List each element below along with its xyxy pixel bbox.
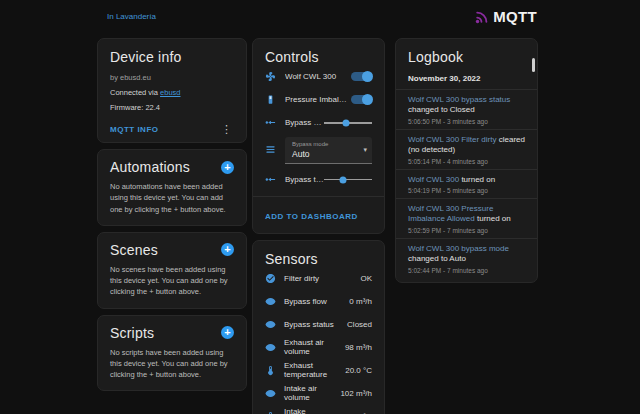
logbook-message: Wolf CWL 300 bypass mode changed to Auto [408, 244, 525, 265]
logbook-message-text: changed to Closed [408, 105, 475, 114]
logbook-entry: Wolf CWL 300 bypass mode changed to Auto… [396, 239, 537, 278]
sensor-value: Closed [347, 320, 372, 329]
add-scene-button[interactable]: + [221, 243, 234, 256]
device-connection: Connected via ebusd [110, 88, 234, 97]
slider-thumb[interactable] [342, 120, 349, 127]
add-automation-button[interactable]: + [221, 161, 234, 174]
ray-arrow-icon [265, 174, 277, 185]
scenes-header: Scenes + [110, 242, 234, 258]
bypass-temperature-slider[interactable] [324, 174, 372, 185]
control-label: Bypass temperatu... [285, 175, 324, 184]
sensor-row-filter-dirty[interactable]: Filter dirty OK [265, 267, 372, 290]
device-manufacturer: by ebusd.eu [110, 73, 234, 82]
controls-card: Controls Wolf CWL 300 Pressure Imbalance… [252, 38, 385, 234]
device-page: In Lavandería MQTT Device info by ebusd.… [0, 0, 640, 414]
sensor-label: Bypass flow [284, 297, 349, 306]
controls-title: Controls [265, 49, 372, 65]
eye-icon [265, 296, 276, 307]
logbook-entry: Wolf CWL 300 Pressure Imbalance Allowed … [396, 199, 537, 239]
left-column: Device info by ebusd.eu Connected via eb… [97, 38, 247, 391]
add-to-dashboard-button[interactable]: ADD TO DASHBOARD [265, 212, 358, 221]
logbook-message-text: turned on [461, 175, 495, 184]
bypass-mode-select[interactable]: Bypass mode Auto ▾ [285, 137, 372, 164]
logbook-entry: Wolf CWL 300 Filter dirty cleared (no de… [396, 130, 537, 170]
scripts-title: Scripts [110, 325, 154, 341]
sensor-value: 102 m³/h [340, 389, 372, 398]
select-label: Bypass mode [292, 141, 358, 147]
toggle-knob [362, 71, 373, 82]
ebusd-link[interactable]: ebusd [160, 88, 180, 97]
sensor-label: Filter dirty [284, 274, 360, 283]
slider-thumb[interactable] [340, 176, 347, 183]
logbook-timestamp: 5:06:50 PM - 3 minutes ago [408, 118, 525, 125]
sensor-label: Exhaust temperature [284, 361, 345, 379]
list-icon [265, 144, 277, 155]
control-row-hysteresis: Bypass hysteresis [265, 111, 372, 134]
logbook-entity-link[interactable]: Wolf CWL 300 bypass status [408, 95, 510, 104]
sensor-row-exhaust-temperature[interactable]: Exhaust temperature 20.0 °C [265, 359, 372, 382]
scenes-empty-text: No scenes have been added using this dev… [110, 264, 234, 298]
logbook-message: Wolf CWL 300 bypass status changed to Cl… [408, 95, 525, 116]
middle-column: Controls Wolf CWL 300 Pressure Imbalance… [252, 38, 385, 414]
thermometer-icon [265, 365, 276, 376]
logbook-message-text: changed to Auto [408, 254, 466, 263]
logbook-timestamp: 5:05:14 PM - 4 minutes ago [408, 158, 525, 165]
logbook-message: Wolf CWL 300 Filter dirty cleared (no de… [408, 135, 525, 156]
ray-arrow-icon [265, 117, 277, 128]
mqtt-logo: MQTT [474, 8, 537, 25]
logbook-entry: Wolf CWL 300 bypass status changed to Cl… [396, 90, 537, 130]
thermometer-icon [265, 411, 276, 414]
logbook-timestamp: 5:04:19 PM - 5 minutes ago [408, 187, 525, 194]
eye-icon [265, 319, 276, 330]
sensor-label: Bypass status [284, 320, 347, 329]
sensor-label: Intake temperature [284, 407, 345, 414]
add-script-button[interactable]: + [221, 326, 234, 339]
connected-via-label: Connected via [110, 88, 160, 97]
sensor-label: Intake air volume [284, 384, 340, 402]
sensor-row-intake-temperature[interactable]: Intake temperature 12.8 °C [265, 405, 372, 414]
overflow-menu-icon[interactable]: ⋮ [219, 124, 234, 134]
pressure-meter-icon [265, 94, 277, 105]
mqtt-info-button[interactable]: MQTT INFO [110, 125, 159, 134]
sensor-row-exhaust-air-volume[interactable]: Exhaust air volume 98 m³/h [265, 336, 372, 359]
mqtt-signal-icon [474, 8, 491, 25]
automations-header: Automations + [110, 159, 234, 175]
logbook-message: Wolf CWL 300 turned on [408, 175, 525, 185]
logbook-entity-link[interactable]: Wolf CWL 300 [408, 175, 459, 184]
logbook-entry: Wolf CWL 300 turned on 5:04:19 PM - 5 mi… [396, 170, 537, 199]
scripts-empty-text: No scripts have been added using this de… [110, 347, 234, 381]
fan-toggle[interactable] [351, 72, 372, 81]
sensor-row-bypass-flow[interactable]: Bypass flow 0 m³/h [265, 290, 372, 313]
breadcrumb[interactable]: In Lavandería [107, 12, 156, 21]
sensor-value: OK [360, 274, 372, 283]
logbook-entity-link[interactable]: Wolf CWL 300 bypass mode [408, 244, 509, 253]
scripts-header: Scripts + [110, 325, 234, 341]
logbook-title: Logbook [408, 49, 525, 65]
pressure-toggle[interactable] [351, 95, 372, 104]
controls-actions: ADD TO DASHBOARD [265, 197, 372, 233]
logbook-date: November 30, 2022 [408, 74, 525, 83]
sensor-row-intake-air-volume[interactable]: Intake air volume 102 m³/h [265, 382, 372, 405]
automations-title: Automations [110, 159, 190, 175]
device-info-card: Device info by ebusd.eu Connected via eb… [97, 38, 247, 143]
sensor-value: 0 m³/h [349, 297, 372, 306]
fan-icon [265, 71, 277, 82]
automations-card: Automations + No automations have been a… [97, 149, 247, 226]
control-label: Wolf CWL 300 [285, 72, 351, 81]
sensor-row-bypass-status[interactable]: Bypass status Closed [265, 313, 372, 336]
select-value: Auto [292, 149, 358, 159]
device-info-actions: MQTT INFO ⋮ [110, 124, 234, 134]
scenes-title: Scenes [110, 242, 158, 258]
logbook-entity-link[interactable]: Wolf CWL 300 Filter dirty [408, 135, 496, 144]
chevron-down-icon: ▾ [363, 146, 367, 154]
automations-empty-text: No automations have been added using thi… [110, 181, 234, 215]
control-label: Bypass hysteresis [285, 118, 324, 127]
sensor-label: Exhaust air volume [284, 338, 345, 356]
bypass-hysteresis-slider[interactable] [324, 117, 372, 128]
slider-track [324, 179, 372, 181]
scrollbar[interactable] [532, 58, 535, 72]
toggle-knob [362, 94, 373, 105]
logbook-message-text: turned on [477, 214, 511, 223]
sensors-title: Sensors [265, 251, 372, 267]
device-firmware: Firmware: 22.4 [110, 103, 234, 112]
